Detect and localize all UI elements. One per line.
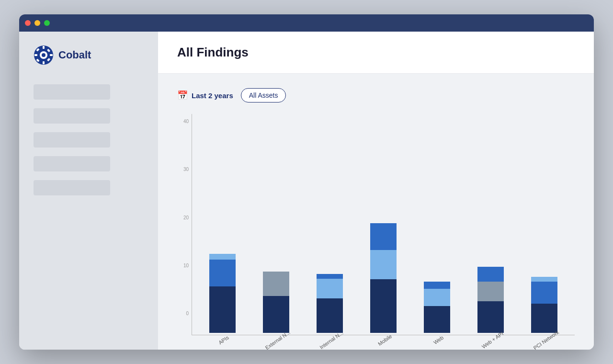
bar-label-3: Mobile <box>377 333 393 347</box>
bar-label-5: Web + API <box>480 330 504 350</box>
assets-filter-button[interactable]: All Assets <box>241 88 286 102</box>
bar-group-4: Web <box>412 282 463 335</box>
nav-items <box>34 84 144 195</box>
svg-rect-4 <box>43 61 45 64</box>
bar-segment-3-0 <box>370 279 397 333</box>
y-label-0: 0 <box>186 311 189 316</box>
bar-group-3: Mobile <box>358 223 409 335</box>
content-area: Cobalt All Findings 📅 <box>19 32 594 350</box>
bar-segment-6-0 <box>531 304 557 333</box>
nav-item-4[interactable] <box>34 156 110 171</box>
y-label-20: 20 <box>183 215 189 220</box>
y-label-10: 10 <box>183 263 189 268</box>
bar-segment-2-0 <box>317 298 343 333</box>
bar-group-5: Web + API <box>465 267 516 335</box>
bar-segment-1-0 <box>263 296 289 333</box>
logo-icon <box>34 45 54 65</box>
date-filter-label: Last 2 years <box>192 91 233 100</box>
nav-item-2[interactable] <box>34 108 110 124</box>
titlebar <box>19 14 594 32</box>
bar-segment-3-2 <box>370 223 397 250</box>
chart-area: 📅 Last 2 years All Assets 40 30 20 10 0 <box>158 74 594 350</box>
bar-label-0: APIs <box>218 334 230 345</box>
calendar-icon: 📅 <box>177 90 188 101</box>
bar-segment-0-0 <box>209 286 236 333</box>
chart-container: 40 30 20 10 0 APIsExternal N...Internal … <box>177 114 575 335</box>
main-content: All Findings 📅 Last 2 years All Assets <box>158 32 594 350</box>
bar-segment-3-1 <box>370 250 397 279</box>
bar-segment-0-1 <box>209 260 236 286</box>
bar-group-6: PCI Network <box>519 277 570 335</box>
bar-group-1: External N... <box>250 272 301 335</box>
date-filter[interactable]: 📅 Last 2 years <box>177 90 233 101</box>
bar-segment-4-2 <box>424 282 450 289</box>
bar-segment-0-2 <box>209 254 236 260</box>
logo-text: Cobalt <box>58 49 91 61</box>
bar-segment-6-1 <box>531 282 557 304</box>
bar-segment-2-1 <box>317 279 343 298</box>
svg-rect-5 <box>34 54 37 56</box>
bar-segment-1-1 <box>263 272 289 296</box>
bar-segment-4-1 <box>424 289 450 306</box>
filters: 📅 Last 2 years All Assets <box>177 88 575 102</box>
logo: Cobalt <box>34 45 144 65</box>
minimize-button[interactable] <box>34 20 40 26</box>
nav-item-1[interactable] <box>34 84 110 100</box>
close-button[interactable] <box>25 20 31 26</box>
svg-rect-3 <box>43 46 45 49</box>
bar-label-4: Web <box>432 335 444 346</box>
bar-segment-5-1 <box>477 282 504 301</box>
y-label-30: 30 <box>183 167 189 172</box>
svg-rect-6 <box>50 54 53 56</box>
bar-segment-6-2 <box>531 277 557 282</box>
nav-item-3[interactable] <box>34 132 110 148</box>
app-window: Cobalt All Findings 📅 <box>19 14 594 350</box>
y-label-40: 40 <box>183 119 189 124</box>
page-header: All Findings <box>158 32 594 74</box>
bar-group-0: APIs <box>197 254 248 335</box>
svg-point-2 <box>42 53 45 57</box>
bar-segment-2-2 <box>317 274 343 279</box>
bar-segment-4-0 <box>424 306 450 333</box>
maximize-button[interactable] <box>44 20 50 26</box>
bar-segment-5-0 <box>477 301 504 333</box>
page-title: All Findings <box>177 45 575 60</box>
sidebar: Cobalt <box>19 32 158 350</box>
bar-group-2: Internal N... <box>304 274 355 335</box>
nav-item-5[interactable] <box>34 180 110 195</box>
bar-segment-5-2 <box>477 267 504 282</box>
